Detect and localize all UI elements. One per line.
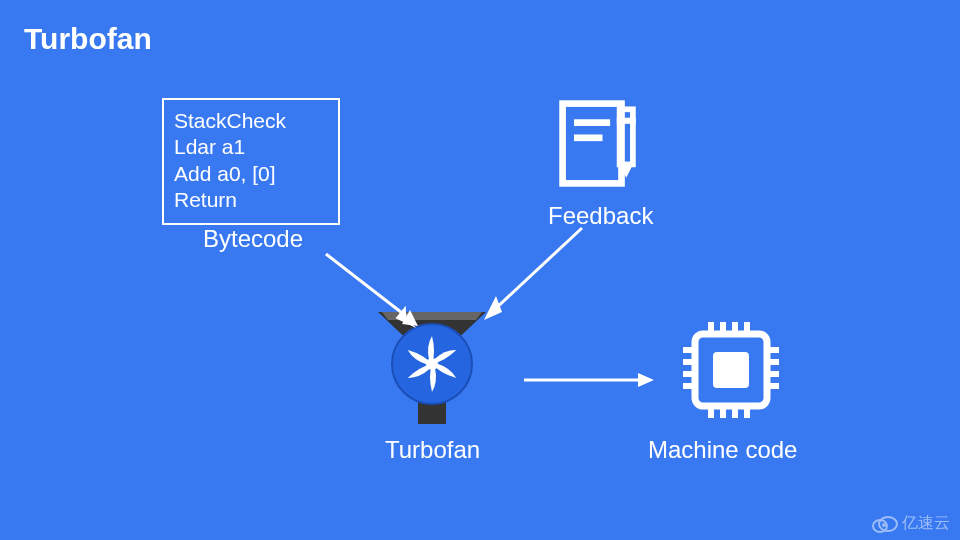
bytecode-box: StackCheck Ldar a1 Add a0, [0] Return xyxy=(162,98,340,225)
bytecode-line: Return xyxy=(174,187,328,213)
arrow-turbofan-to-machine xyxy=(520,370,660,394)
turbofan-label: Turbofan xyxy=(385,436,480,464)
bytecode-line: Add a0, [0] xyxy=(174,161,328,187)
bytecode-label: Bytecode xyxy=(203,225,303,253)
feedback-icon xyxy=(555,96,650,195)
arrow-feedback-to-turbofan xyxy=(474,222,594,336)
svg-rect-0 xyxy=(563,104,622,184)
svg-marker-37 xyxy=(638,373,654,387)
cpu-icon xyxy=(679,318,783,426)
slide-title: Turbofan xyxy=(24,22,152,56)
svg-point-39 xyxy=(879,517,897,531)
arrow-bytecode-to-turbofan xyxy=(320,248,430,342)
svg-marker-35 xyxy=(484,296,502,320)
svg-rect-4 xyxy=(620,121,633,165)
svg-point-12 xyxy=(426,358,438,370)
watermark-text: 亿速云 xyxy=(902,513,950,534)
machine-code-label: Machine code xyxy=(648,436,797,464)
watermark: 亿速云 xyxy=(870,513,950,534)
svg-line-31 xyxy=(326,254,406,316)
bytecode-line: Ldar a1 xyxy=(174,134,328,160)
svg-line-34 xyxy=(494,228,582,310)
bytecode-line: StackCheck xyxy=(174,108,328,134)
svg-point-40 xyxy=(882,523,886,527)
svg-rect-30 xyxy=(713,352,749,388)
